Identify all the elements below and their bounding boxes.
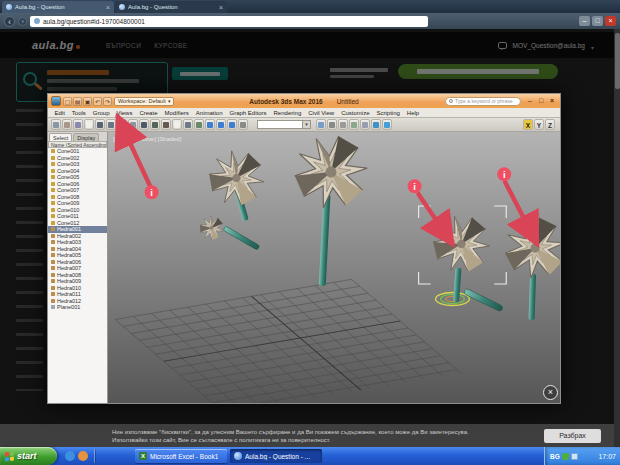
workspace-label: Workspace: Default — [118, 98, 166, 104]
window-label: Aula.bg - Question - ... — [245, 453, 310, 460]
toolbar-group-right — [316, 119, 392, 130]
object-name: Hedra002 — [57, 233, 81, 239]
object-name: Hedra012 — [57, 298, 81, 304]
browser-tab[interactable]: Aula.bg - Question — [2, 1, 114, 13]
language-indicator[interactable]: BG — [550, 453, 560, 460]
toolbar-icon — [238, 119, 248, 130]
taskbar-window-button[interactable]: Aula.bg - Question - ... — [230, 449, 322, 463]
start-label: start — [17, 451, 37, 461]
axis-button: Y — [534, 119, 544, 130]
object-icon — [51, 240, 55, 244]
window-close-button[interactable] — [605, 16, 616, 26]
toolbar-icon — [382, 119, 392, 130]
object-name: Cone007 — [57, 187, 79, 193]
tab-close-icon[interactable] — [219, 4, 223, 11]
app-title: Autodesk 3ds Max 2016Untitled — [249, 98, 358, 105]
start-button[interactable]: start — [0, 447, 57, 465]
object-icon — [51, 273, 55, 277]
window-icon — [234, 452, 242, 460]
named-selection-combo — [257, 120, 311, 129]
scrollbar-thumb[interactable] — [615, 33, 620, 89]
object-icon — [51, 247, 55, 251]
search-icon — [449, 99, 453, 103]
desktop: Aula.bg - Question Aula.bg - Question au… — [0, 0, 620, 465]
forward-button[interactable] — [18, 17, 27, 26]
clock[interactable]: 17:07 — [598, 453, 616, 460]
toolbar-icon — [128, 119, 138, 130]
lightbox-close-button[interactable]: × — [543, 385, 558, 400]
explorer-tabs: SelectDisplay — [48, 132, 107, 141]
webpage: aula.bg ВЪПРОСИКУРСОВЕ MOV_Question@aula… — [0, 29, 620, 447]
viewport: [+] [Perspective] [Shaded] — [108, 132, 560, 403]
qat-icon: ▣ — [83, 97, 92, 106]
object-name: Hedra001 — [57, 226, 81, 232]
object-icon — [51, 149, 55, 153]
toolbar-group-left — [51, 119, 248, 130]
chevron-down-icon — [302, 121, 310, 128]
object-icon — [51, 188, 55, 192]
object-name: Hedra010 — [57, 285, 81, 291]
object-name: Cone012 — [57, 220, 79, 226]
toolbar-icon — [106, 119, 116, 130]
3dsmax-app-icon — [51, 96, 61, 106]
object-icon — [51, 195, 55, 199]
task-buttons: Microsoft Excel - Book1 Aula.bg - Questi… — [135, 449, 322, 463]
object-icon — [51, 286, 55, 290]
cookie-accept-button[interactable]: Разбрах — [544, 429, 601, 443]
object-icon — [51, 234, 55, 238]
toolbar-icon — [338, 119, 348, 130]
back-button[interactable] — [4, 16, 15, 27]
quick-launch-icon[interactable] — [65, 451, 75, 461]
globe-icon — [119, 4, 125, 10]
viewport-canvas: [+] [Perspective] [Shaded] — [108, 132, 560, 403]
object-icon — [51, 175, 55, 179]
object-name: Hedra005 — [57, 252, 81, 258]
tab-close-icon[interactable] — [106, 4, 110, 11]
quick-launch-icon[interactable] — [78, 451, 88, 461]
viewport-label: [+] [Perspective] [Shaded] — [113, 136, 182, 142]
cookie-text-line2: Използвайки този сайт, Вие се съгласяват… — [112, 436, 536, 444]
object-name: Hedra011 — [57, 291, 81, 297]
toolbar-icon — [117, 119, 127, 130]
max-title-bar: ▢▤▣↶↷ Workspace: Default Autodesk 3ds Ma… — [48, 94, 560, 108]
axis-button: X — [523, 119, 533, 130]
window-minimize-button[interactable] — [579, 16, 590, 26]
toolbar-icon — [139, 119, 149, 130]
menu-item: Tools — [68, 110, 89, 116]
object-icon — [51, 169, 55, 173]
toolbar-icon — [316, 119, 326, 130]
tab-title: Aula.bg - Question — [15, 4, 103, 10]
object-icon — [51, 214, 55, 218]
quick-launch — [65, 451, 88, 461]
toolbar-icon — [227, 119, 237, 130]
menu-item: Edit — [51, 110, 68, 116]
object-icon — [51, 156, 55, 160]
network-icon[interactable] — [571, 453, 578, 460]
menu-item: Rendering — [270, 110, 305, 116]
max-body: SelectDisplay Name (Sorted Ascending) Co… — [48, 132, 560, 403]
globe-icon — [6, 4, 12, 10]
page-scrollbar[interactable] — [614, 29, 620, 447]
toolbar-icon — [360, 119, 370, 130]
toolbar-icon — [161, 119, 171, 130]
max-menu-bar: EditToolsGroupViewsCreateModifiersAnimat… — [48, 108, 560, 118]
security-shield-icon[interactable] — [562, 453, 569, 460]
menu-item: Views — [113, 110, 136, 116]
window-maximize-button[interactable] — [592, 16, 603, 26]
menu-item: Graph Editors — [226, 110, 270, 116]
system-tray: BG 17:07 — [544, 447, 620, 465]
axis-constraint-buttons: XYZ — [523, 119, 555, 130]
max-close-icon — [547, 96, 557, 106]
menu-item: Customize — [338, 110, 373, 116]
address-bar: aula.bg/question#id-197004800001 — [0, 13, 620, 29]
cookie-banner: Ние използваме "бисквитки", за да улесни… — [0, 424, 620, 447]
object-name: Cone008 — [57, 194, 79, 200]
url-bar[interactable]: aula.bg/question#id-197004800001 — [30, 16, 428, 27]
taskbar-divider — [94, 449, 95, 463]
url-text: aula.bg/question#id-197004800001 — [43, 18, 145, 25]
object-icon — [51, 221, 55, 225]
taskbar-window-button[interactable]: Microsoft Excel - Book1 — [135, 449, 227, 463]
toolbar-icon — [150, 119, 160, 130]
browser-tab[interactable]: Aula.bg - Question — [115, 1, 227, 13]
taskbar: start Microsoft Excel - Book1 Aula.bg - … — [0, 447, 620, 465]
